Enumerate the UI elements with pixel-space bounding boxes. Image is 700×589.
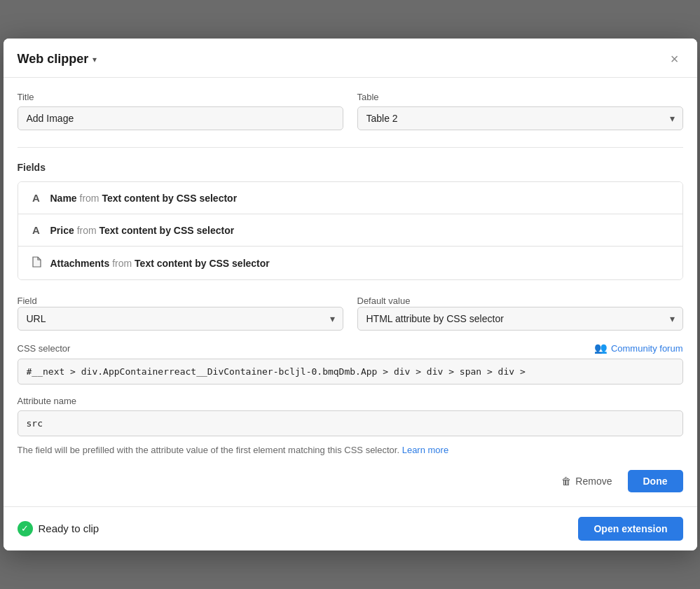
field-from-price: from [77,225,99,236]
default-value-select-wrapper: HTML attribute by CSS selector Text cont… [357,307,683,331]
table-select[interactable]: Table 1 Table 2 Table 3 [357,106,683,130]
field-source-name: Text content by CSS selector [102,193,237,204]
field-from-attachments: from [112,258,135,269]
community-link-label: Community forum [611,343,683,354]
attr-input[interactable] [18,410,683,436]
attr-label: Attribute name [18,396,683,406]
community-forum-link[interactable]: 👥 Community forum [594,342,683,354]
field-select-wrapper: URL Name Price Attachments [18,307,343,331]
fields-list: A Name from Text content by CSS selector… [18,181,683,280]
text-icon-name: A [29,192,43,204]
title-input[interactable] [18,106,343,130]
fields-label: Fields [18,162,683,173]
done-button[interactable]: Done [628,470,683,492]
text-icon-price: A [29,224,43,236]
field-default-row: Field URL Name Price Attachments Default… [18,294,683,331]
divider [18,147,683,148]
ready-label: Ready to clip [39,522,99,534]
table-select-wrapper: Table 1 Table 2 Table 3 [357,106,683,130]
file-icon-attachments [29,256,43,270]
help-text-content: The field will be prefilled with the att… [18,445,400,455]
modal-title: Web clipper [18,52,89,67]
field-from-name: from [80,193,102,204]
field-attachments-label: Attachments [50,258,110,269]
table-group: Table Table 1 Table 2 Table 3 [357,92,683,130]
default-value-label: Default value [357,296,411,306]
css-selector-input[interactable] [18,359,683,384]
field-select[interactable]: URL Name Price Attachments [18,307,343,331]
css-selector-header: CSS selector 👥 Community forum [18,342,683,354]
remove-button[interactable]: 🗑 Remove [554,471,619,491]
trash-icon: 🗑 [561,476,571,487]
web-clipper-modal: Web clipper ▾ × Title Table Table 1 Ta [4,39,697,550]
modal-footer: ✓ Ready to clip Open extension [4,506,697,550]
css-selector-section: CSS selector 👥 Community forum [18,342,683,384]
field-source-price: Text content by CSS selector [99,225,235,236]
field-text-name: Name from Text content by CSS selector [50,193,238,204]
field-row-price[interactable]: A Price from Text content by CSS selecto… [18,214,682,247]
ready-status: ✓ Ready to clip [18,521,99,536]
default-value-group: Default value HTML attribute by CSS sele… [357,294,683,331]
field-row-attachments[interactable]: Attachments from Text content by CSS sel… [18,247,682,279]
field-text-attachments: Attachments from Text content by CSS sel… [50,258,270,269]
remove-label: Remove [575,476,612,487]
modal-title-area: Web clipper ▾ [18,52,97,67]
modal-header: Web clipper ▾ × [4,39,697,78]
field-row-name[interactable]: A Name from Text content by CSS selector [18,182,682,214]
field-name-label: Name [50,193,77,204]
table-label: Table [357,92,683,102]
field-text-price: Price from Text content by CSS selector [50,225,235,236]
modal-body: Title Table Table 1 Table 2 Table 3 [4,78,697,506]
learn-more-link[interactable]: Learn more [402,445,448,455]
title-label: Title [18,92,343,102]
close-button[interactable]: × [666,50,683,69]
field-price-label: Price [50,225,74,236]
field-select-group: Field URL Name Price Attachments [18,294,343,331]
field-select-label: Field [18,296,37,306]
chevron-down-icon: ▾ [92,55,97,64]
modal-overlay: Web clipper ▾ × Title Table Table 1 Ta [0,0,700,589]
title-group: Title [18,92,343,130]
title-table-row: Title Table Table 1 Table 2 Table 3 [18,92,683,130]
action-row: 🗑 Remove Done [18,470,683,492]
default-value-select[interactable]: HTML attribute by CSS selector Text cont… [357,307,683,331]
field-source-attachments: Text content by CSS selector [135,258,270,269]
people-icon: 👥 [594,342,608,354]
css-selector-label: CSS selector [18,343,71,354]
help-text: The field will be prefilled with the att… [18,443,683,457]
attribute-name-section: Attribute name [18,396,683,436]
ready-icon: ✓ [18,521,33,536]
open-extension-button[interactable]: Open extension [578,517,682,541]
